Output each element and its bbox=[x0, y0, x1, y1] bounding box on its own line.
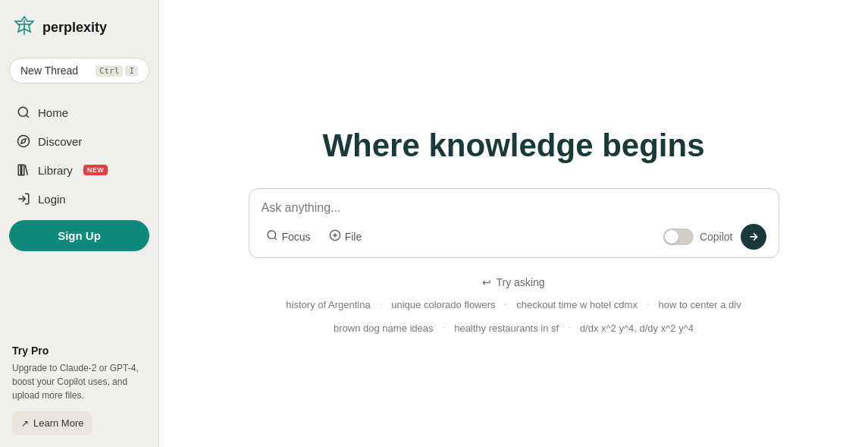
search-box: Focus File Copilot bbox=[249, 188, 779, 258]
library-badge: NEW bbox=[83, 165, 108, 175]
suggestion-chip[interactable]: d/dx x^2 y^4, d/dy x^2 y^4 bbox=[577, 321, 697, 335]
home-label: Home bbox=[38, 106, 68, 119]
copilot-toggle: Copilot bbox=[663, 228, 733, 245]
hero-title: Where knowledge begins bbox=[322, 127, 704, 164]
svg-point-7 bbox=[268, 231, 276, 239]
focus-label: Focus bbox=[282, 231, 311, 243]
library-icon bbox=[17, 163, 30, 177]
plus-circle-icon bbox=[329, 229, 341, 244]
sidebar: perplexity New Thread Ctrl I Home Di bbox=[0, 0, 159, 447]
library-label: Library bbox=[38, 164, 73, 177]
compass-icon bbox=[17, 134, 30, 148]
search-input[interactable] bbox=[262, 201, 766, 215]
learn-more-button[interactable]: ↗ Learn More bbox=[12, 411, 92, 435]
learn-more-label: Learn More bbox=[33, 417, 83, 429]
signup-button[interactable]: Sign Up bbox=[9, 220, 149, 251]
try-pro-title: Try Pro bbox=[12, 345, 146, 357]
submit-button[interactable] bbox=[741, 224, 766, 250]
svg-rect-5 bbox=[22, 165, 24, 175]
suggestion-chip[interactable]: brown dog name ideas bbox=[331, 321, 437, 335]
try-pro-description: Upgrade to Claude-2 or GPT-4, boost your… bbox=[12, 361, 146, 402]
suggestion-chip[interactable]: healthy restaurants in sf bbox=[451, 321, 562, 335]
copilot-toggle-switch[interactable] bbox=[663, 228, 694, 245]
svg-point-0 bbox=[18, 107, 27, 116]
sidebar-item-library[interactable]: Library NEW bbox=[9, 156, 149, 184]
logo-area: perplexity bbox=[9, 12, 149, 42]
search-toolbar: Focus File Copilot bbox=[262, 224, 766, 250]
suggestions-row-2: brown dog name ideas · healthy restauran… bbox=[331, 321, 697, 335]
login-label: Login bbox=[38, 193, 66, 206]
svg-rect-4 bbox=[18, 165, 20, 175]
search-toolbar-right: Copilot bbox=[663, 224, 766, 250]
focus-button[interactable]: Focus bbox=[262, 226, 315, 247]
sidebar-item-login[interactable]: Login bbox=[9, 185, 149, 212]
shortcut-i: I bbox=[125, 65, 138, 77]
try-pro-section: Try Pro Upgrade to Claude-2 or GPT-4, bo… bbox=[9, 338, 149, 435]
logo-text: perplexity bbox=[42, 20, 107, 36]
sidebar-item-home[interactable]: Home bbox=[9, 99, 149, 126]
svg-line-1 bbox=[26, 115, 28, 117]
arrow-up-right-icon: ↗ bbox=[21, 418, 29, 429]
main-content: Where knowledge begins Focus bbox=[159, 0, 868, 447]
svg-line-8 bbox=[274, 238, 277, 240]
discover-label: Discover bbox=[38, 135, 82, 148]
new-thread-shortcut: Ctrl I bbox=[96, 65, 138, 77]
suggestion-chip[interactable]: checkout time w hotel cdmx bbox=[513, 297, 641, 312]
search-toolbar-left: Focus File bbox=[262, 226, 367, 247]
sidebar-item-discover[interactable]: Discover bbox=[9, 127, 149, 155]
copilot-label: Copilot bbox=[700, 231, 733, 243]
home-icon bbox=[17, 105, 30, 119]
svg-point-2 bbox=[18, 136, 30, 147]
try-asking-section: ↩ Try asking history of Argentina · uniq… bbox=[249, 276, 779, 335]
suggestion-chip[interactable]: unique colorado flowers bbox=[388, 297, 498, 312]
svg-marker-3 bbox=[21, 139, 26, 143]
perplexity-logo-icon bbox=[12, 15, 36, 39]
arrow-icon: ↩ bbox=[482, 276, 491, 288]
new-thread-button[interactable]: New Thread Ctrl I bbox=[9, 58, 149, 83]
new-thread-label: New Thread bbox=[20, 65, 78, 77]
try-asking-label: ↩ Try asking bbox=[482, 276, 544, 288]
file-button[interactable]: File bbox=[324, 226, 367, 247]
search-icon bbox=[266, 229, 278, 244]
suggestions-row-1: history of Argentina · unique colorado f… bbox=[283, 297, 744, 312]
login-icon bbox=[17, 192, 30, 206]
sidebar-nav: Home Discover Library NEW bbox=[9, 99, 149, 214]
toggle-knob bbox=[665, 230, 678, 244]
suggestion-chip[interactable]: how to center a div bbox=[656, 297, 744, 312]
shortcut-ctrl: Ctrl bbox=[96, 65, 124, 77]
file-label: File bbox=[345, 231, 362, 243]
suggestion-chip[interactable]: history of Argentina bbox=[283, 297, 373, 312]
